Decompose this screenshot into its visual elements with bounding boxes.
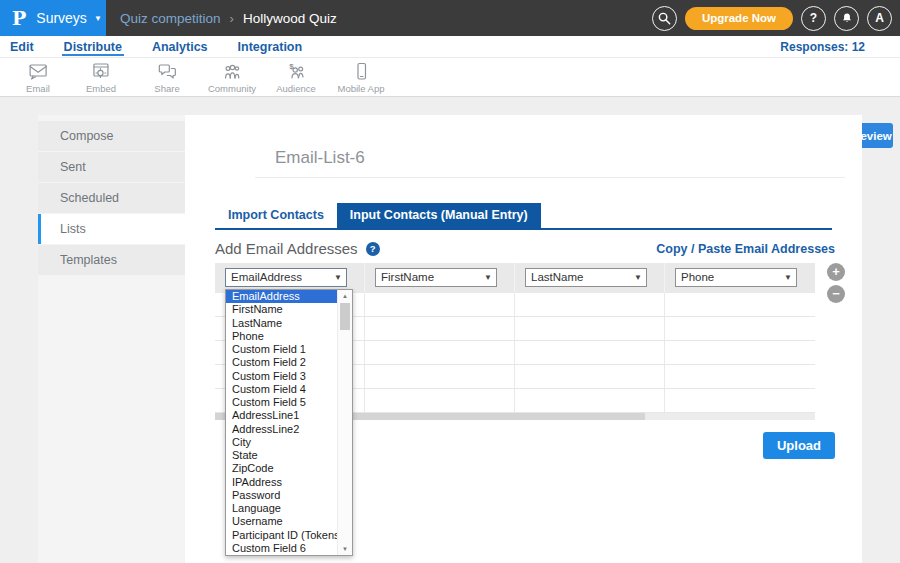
distribute-toolbar: Email Embed Share Community $ Audience M… — [0, 58, 900, 97]
dropdown-option-ipaddress[interactable]: IPAddress — [226, 476, 337, 489]
questionpro-logo-icon: P — [12, 7, 26, 29]
breadcrumb-survey-name[interactable]: Quiz competition — [120, 11, 221, 26]
nav-item-distribute[interactable]: Distribute — [62, 39, 124, 56]
dropdown-option-custom-field-1[interactable]: Custom Field 1 — [226, 343, 337, 356]
app-window: P Surveys ▼ Quiz competition › Hollywood… — [0, 0, 900, 563]
tool-email[interactable]: Email — [26, 61, 50, 94]
dropdown-option-custom-field-5[interactable]: Custom Field 5 — [226, 396, 337, 409]
section-row: Add Email Addresses ? — [215, 240, 380, 257]
sidebar-item-label: Compose — [60, 129, 114, 143]
account-avatar[interactable]: A — [867, 6, 892, 31]
tool-mobile-app[interactable]: Mobile App — [337, 61, 384, 94]
contact-cell[interactable] — [515, 341, 665, 364]
tool-community[interactable]: Community — [208, 61, 256, 94]
tool-embed[interactable]: Embed — [86, 61, 116, 94]
dropdown-options: EmailAddress FirstName LastName Phone Cu… — [226, 290, 337, 555]
sidebar-item-sent[interactable]: Sent — [38, 152, 185, 182]
dropdown-option-phone[interactable]: Phone — [226, 330, 337, 343]
field-select-column-4[interactable]: Phone ▼ — [675, 268, 797, 287]
dropdown-option-custom-field-4[interactable]: Custom Field 4 — [226, 383, 337, 396]
scroll-down-icon[interactable]: ▼ — [338, 543, 352, 555]
tool-label: Embed — [86, 83, 116, 94]
minus-icon: − — [832, 286, 840, 301]
contact-cell[interactable] — [515, 389, 665, 412]
add-row-button[interactable]: + — [827, 263, 845, 281]
field-select-column-1[interactable]: EmailAddress ▼ — [225, 268, 347, 287]
notifications-button[interactable] — [834, 6, 859, 31]
contact-cell[interactable] — [515, 293, 665, 316]
email-sidebar: Compose Sent Scheduled Lists Templates — [38, 115, 185, 563]
dropdown-option-participant-id[interactable]: Participant ID (Tokens) — [226, 529, 337, 542]
help-button[interactable]: ? — [801, 6, 826, 31]
dropdown-option-zipcode[interactable]: ZipCode — [226, 462, 337, 475]
nav-item-edit[interactable]: Edit — [8, 39, 36, 56]
sidebar-item-lists[interactable]: Lists — [38, 214, 185, 244]
sidebar-item-scheduled[interactable]: Scheduled — [38, 183, 185, 213]
search-button[interactable] — [652, 6, 677, 31]
select-caret-icon: ▼ — [484, 269, 492, 286]
select-caret-icon: ▼ — [634, 269, 642, 286]
sidebar-item-templates[interactable]: Templates — [38, 245, 185, 275]
selected-field: FirstName — [381, 271, 434, 283]
contact-cell[interactable] — [365, 293, 515, 316]
embed-icon — [90, 61, 112, 82]
contact-cell[interactable] — [665, 317, 815, 340]
dropdown-option-custom-field-6[interactable]: Custom Field 6 — [226, 542, 337, 555]
sidebar-item-compose[interactable]: Compose — [38, 121, 185, 151]
dropdown-option-emailaddress[interactable]: EmailAddress — [226, 290, 337, 303]
avatar-initial: A — [875, 11, 884, 25]
contact-cell[interactable] — [515, 317, 665, 340]
tool-audience[interactable]: $ Audience — [276, 61, 316, 94]
contacts-tabs: Import Contacts Input Contacts (Manual E… — [215, 203, 541, 228]
dropdown-option-state[interactable]: State — [226, 449, 337, 462]
sidebar-item-label: Lists — [60, 222, 86, 236]
nav-item-integration[interactable]: Integration — [236, 39, 305, 56]
remove-row-button[interactable]: − — [827, 285, 845, 303]
breadcrumb-current-page: Hollywood Quiz — [243, 11, 337, 26]
mobile-app-icon — [350, 61, 372, 82]
contact-cell[interactable] — [365, 365, 515, 388]
tool-label: Email — [26, 83, 50, 94]
dropdown-option-password[interactable]: Password — [226, 489, 337, 502]
upload-button[interactable]: Upload — [763, 432, 835, 459]
dropdown-scrollbar[interactable]: ▲ ▼ — [337, 290, 352, 555]
contact-cell[interactable] — [665, 365, 815, 388]
dropdown-option-lastname[interactable]: LastName — [226, 317, 337, 330]
surveys-menu[interactable]: P Surveys ▼ — [0, 0, 106, 36]
contact-cell[interactable] — [665, 341, 815, 364]
nav-items: Edit Distribute Analytics Integration — [8, 36, 304, 58]
topbar: P Surveys ▼ Quiz competition › Hollywood… — [0, 0, 900, 36]
scroll-up-icon[interactable]: ▲ — [338, 290, 352, 302]
contact-cell[interactable] — [515, 365, 665, 388]
breadcrumb-separator-icon: › — [230, 11, 234, 26]
contact-cell[interactable] — [365, 341, 515, 364]
tab-import-contacts[interactable]: Import Contacts — [215, 203, 337, 228]
nav-item-analytics[interactable]: Analytics — [150, 39, 210, 56]
field-select-column-3[interactable]: LastName ▼ — [525, 268, 647, 287]
contact-cell[interactable] — [665, 293, 815, 316]
list-title: Email-List-6 — [275, 148, 365, 168]
share-icon — [156, 61, 178, 82]
copy-paste-email-link[interactable]: Copy / Paste Email Addresses — [656, 242, 835, 256]
contact-cell[interactable] — [365, 389, 515, 412]
dropdown-option-addressline1[interactable]: AddressLine1 — [226, 409, 337, 422]
responses-count[interactable]: Responses: 12 — [780, 36, 865, 58]
tool-share[interactable]: Share — [154, 61, 179, 94]
header-cell: Phone ▼ — [665, 263, 815, 293]
dropdown-option-addressline2[interactable]: AddressLine2 — [226, 423, 337, 436]
email-panel: Compose Sent Scheduled Lists Templates E… — [38, 115, 862, 563]
upgrade-now-button[interactable]: Upgrade Now — [685, 7, 793, 30]
contact-cell[interactable] — [665, 389, 815, 412]
tab-input-contacts-manual[interactable]: Input Contacts (Manual Entry) — [337, 203, 541, 228]
dropdown-option-username[interactable]: Username — [226, 515, 337, 528]
field-select-column-2[interactable]: FirstName ▼ — [375, 268, 497, 287]
dropdown-option-custom-field-3[interactable]: Custom Field 3 — [226, 370, 337, 383]
dropdown-option-language[interactable]: Language — [226, 502, 337, 515]
contact-cell[interactable] — [365, 317, 515, 340]
dropdown-option-firstname[interactable]: FirstName — [226, 303, 337, 316]
dropdown-option-city[interactable]: City — [226, 436, 337, 449]
help-tooltip-icon[interactable]: ? — [366, 242, 380, 256]
scrollbar-thumb[interactable] — [340, 303, 350, 330]
dropdown-option-custom-field-2[interactable]: Custom Field 2 — [226, 356, 337, 369]
selected-field: LastName — [531, 271, 583, 283]
